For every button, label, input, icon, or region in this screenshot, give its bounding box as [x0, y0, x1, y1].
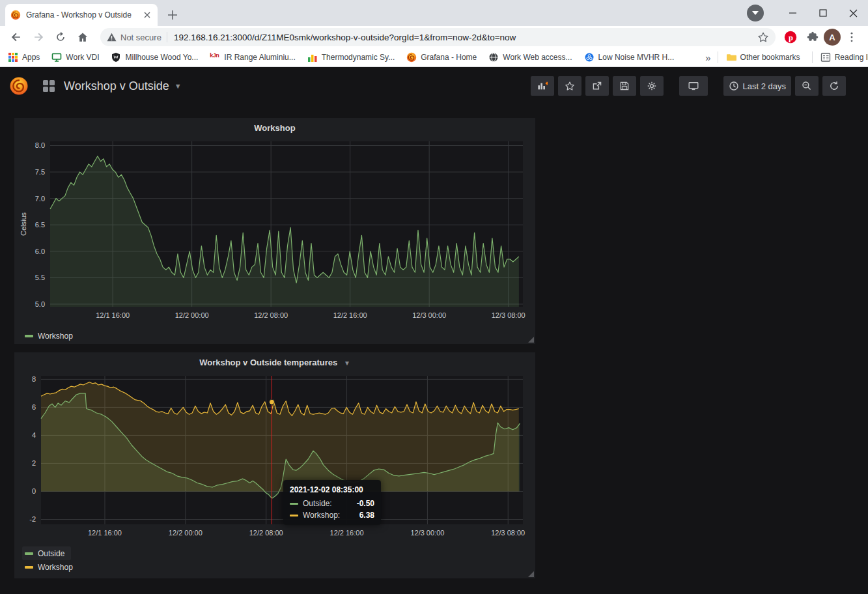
svg-text:6.5: 6.5 — [35, 221, 45, 229]
chrome-menu-icon[interactable] — [845, 31, 858, 44]
bookmark-grafana-home[interactable]: Grafana - Home — [406, 52, 477, 63]
zoom-out-time-button[interactable] — [795, 76, 819, 96]
tooltip-timestamp: 2021-12-02 08:35:00 — [290, 485, 374, 494]
svg-text:6: 6 — [32, 403, 36, 411]
chrome-update-icon[interactable] — [747, 5, 764, 21]
dashboards-grid-icon[interactable] — [42, 79, 56, 93]
legend-item-workshop[interactable]: Workshop — [22, 329, 79, 343]
browser-tab-strip: Grafana - Workshop v Outside — [0, 0, 868, 26]
svg-text:12/2 00:00: 12/2 00:00 — [169, 529, 203, 537]
svg-text:12/1 16:00: 12/1 16:00 — [96, 311, 130, 319]
tooltip-series-value: -0.50 — [357, 499, 374, 508]
clock-icon — [729, 81, 739, 91]
panel-legend: Outside Workshop — [22, 546, 535, 574]
svg-text:12/3 00:00: 12/3 00:00 — [412, 311, 446, 319]
legend-label: Workshop — [38, 563, 73, 572]
bookmark-label: Apps — [22, 53, 40, 62]
grafana-favicon-icon — [10, 10, 21, 20]
apps-grid-icon — [8, 52, 18, 63]
time-range-label: Last 2 days — [743, 81, 787, 91]
panel-legend: Workshop — [22, 329, 535, 343]
legend-item-workshop[interactable]: Workshop — [22, 560, 79, 574]
svg-text:7.0: 7.0 — [35, 195, 45, 203]
window-maximize-button[interactable] — [808, 0, 838, 26]
panel-title[interactable]: Workshop v Outside temperatures ▼ — [14, 356, 535, 371]
svg-text:12/2 08:00: 12/2 08:00 — [249, 529, 283, 537]
svg-text:2: 2 — [32, 459, 36, 467]
add-panel-button[interactable] — [531, 76, 554, 96]
tooltip-series-dash — [290, 503, 298, 505]
graph-tooltip: 2021-12-02 08:35:00 Outside: -0.50 Works… — [283, 480, 381, 525]
window-minimize-button[interactable] — [778, 0, 808, 26]
tab-close-icon[interactable] — [142, 10, 152, 20]
security-label[interactable]: Not secure — [120, 33, 161, 42]
folder-icon — [726, 52, 736, 63]
panel-title[interactable]: Workshop — [14, 122, 535, 136]
tab-title: Grafana - Workshop v Outside — [26, 10, 138, 20]
svg-text:12/3 08:00: 12/3 08:00 — [491, 529, 525, 537]
svg-text:12/2 08:00: 12/2 08:00 — [254, 311, 288, 319]
star-dashboard-button[interactable] — [558, 76, 581, 96]
workshop-chart[interactable]: 5.05.56.06.57.07.58.012/1 16:0012/2 00:0… — [19, 136, 531, 325]
share-dashboard-button[interactable] — [585, 76, 609, 96]
svg-text:5.5: 5.5 — [35, 274, 45, 281]
legend-color-dash — [25, 552, 33, 555]
svg-text:8.0: 8.0 — [35, 141, 45, 149]
save-dashboard-button[interactable] — [613, 76, 636, 96]
extensions-puzzle-icon[interactable] — [806, 31, 819, 44]
refresh-dashboard-button[interactable] — [822, 76, 846, 96]
shield-icon — [111, 52, 121, 63]
bookmarks-overflow-chevron[interactable]: » — [705, 52, 710, 63]
bookmark-work-vdi[interactable]: Work VDI — [51, 52, 99, 63]
bookmark-ir-range[interactable]: kJn IR Range Aluminiu... — [210, 52, 295, 63]
other-bookmarks-button[interactable]: Other bookmarks — [726, 52, 800, 63]
grafana-navbar: Workshop v Outside ▼ — [0, 67, 868, 105]
panel-resize-handle[interactable] — [528, 337, 534, 343]
panel-resize-handle[interactable] — [528, 571, 534, 577]
reading-list-button[interactable]: Reading list — [820, 52, 868, 63]
reload-button[interactable] — [54, 31, 67, 44]
grafana-logo[interactable] — [9, 76, 29, 96]
back-button[interactable] — [10, 31, 23, 44]
home-button[interactable] — [76, 31, 89, 44]
forward-button[interactable] — [32, 31, 45, 44]
globe-icon — [488, 52, 499, 63]
bookmark-label: Thermodynamic Sy... — [322, 53, 395, 62]
panel-menu-caret-icon[interactable]: ▼ — [344, 360, 350, 367]
bookmark-millhouse[interactable]: Millhouse Wood Yo... — [111, 52, 198, 63]
bookmark-work-web[interactable]: Work Web access... — [488, 52, 572, 63]
dashboard-settings-button[interactable] — [640, 76, 664, 96]
svg-text:p: p — [789, 33, 793, 42]
browser-tab[interactable]: Grafana - Workshop v Outside — [5, 4, 158, 26]
pinterest-extension-icon[interactable]: p — [784, 31, 797, 44]
url-text[interactable]: 192.168.16.21:3000/d/Z11ME0smk/workshop-… — [174, 33, 757, 42]
bookmark-low-noise[interactable]: Low Noise MVHR H... — [584, 52, 675, 63]
bookmark-label: IR Range Aluminiu... — [224, 53, 295, 62]
bookmarks-divider — [812, 51, 813, 63]
reading-list-label: Reading list — [835, 53, 868, 62]
bookmark-apps[interactable]: Apps — [8, 52, 40, 63]
browser-toolbar: Not secure 192.168.16.21:3000/d/Z11ME0sm… — [0, 26, 868, 48]
not-secure-warning-icon[interactable] — [107, 33, 117, 42]
legend-item-outside[interactable]: Outside — [22, 546, 71, 560]
address-bar[interactable]: Not secure 192.168.16.21:3000/d/Z11ME0sm… — [100, 28, 776, 46]
panel-workshop-v-outside: Workshop v Outside temperatures ▼ -20246… — [14, 352, 535, 578]
monitor-icon — [51, 52, 62, 63]
dashboard-title-caret-icon[interactable]: ▼ — [175, 82, 182, 90]
bar-chart-icon — [307, 52, 318, 63]
svg-text:8: 8 — [32, 375, 36, 383]
bookmark-thermodynamic[interactable]: Thermodynamic Sy... — [307, 52, 395, 63]
bookmark-star-icon[interactable] — [757, 31, 769, 43]
window-close-button[interactable] — [838, 0, 868, 26]
panel-workshop: Workshop 5.05.56.06.57.07.58.012/1 16:00… — [14, 118, 535, 344]
reading-list-icon — [820, 52, 831, 63]
workshop-v-outside-chart[interactable]: -20246812/1 16:0012/2 00:0012/2 08:0012/… — [19, 371, 531, 543]
new-tab-button[interactable] — [165, 8, 180, 22]
cycle-view-mode-button[interactable] — [679, 76, 708, 96]
time-range-picker[interactable]: Last 2 days — [723, 76, 792, 96]
svg-text:6.0: 6.0 — [35, 248, 45, 255]
profile-avatar[interactable]: A — [824, 29, 841, 46]
dashboard-title[interactable]: Workshop v Outside — [64, 79, 169, 93]
svg-text:5.0: 5.0 — [35, 300, 45, 308]
grafana-flame-icon — [406, 52, 417, 63]
